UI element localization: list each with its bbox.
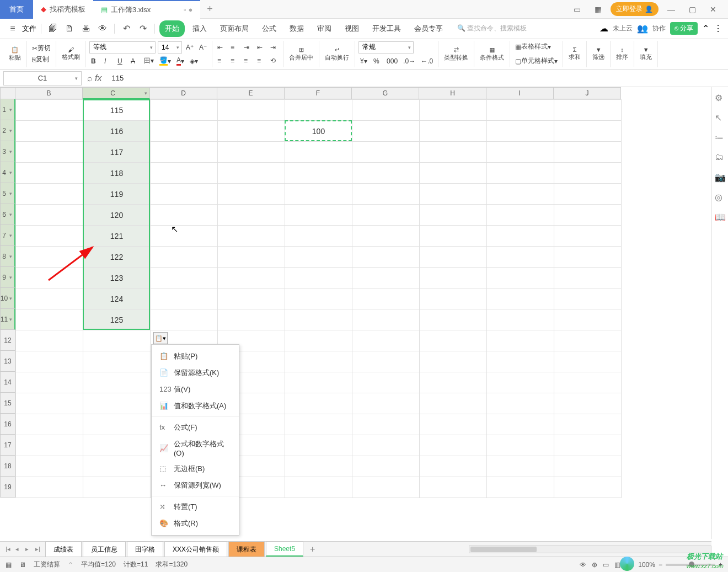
cell-H5[interactable] [420,184,487,205]
sheet-nav-first[interactable]: |◂ [6,546,14,553]
clear-format-button[interactable]: ◈▾ [188,56,200,67]
cell-C14[interactable] [83,372,151,393]
cell-B15[interactable] [16,393,83,414]
cell-E4[interactable] [218,163,285,184]
property-panel-icon[interactable]: ⚙ [715,93,726,104]
zoom-out-button[interactable]: − [659,561,662,569]
cell-I15[interactable] [487,393,554,414]
cell-C10[interactable]: 124 [83,288,151,309]
paste-menu-noborder[interactable]: ⬚无边框(B) [152,461,239,477]
sheet-nav-prev[interactable]: ◂ [15,546,24,553]
cell-E9[interactable] [218,268,285,288]
cell-G16[interactable] [352,414,420,435]
sheet-nav-next[interactable]: ▸ [25,546,34,553]
cell-I7[interactable] [487,226,554,247]
cell-E8[interactable] [218,247,285,268]
cell-D3[interactable] [151,142,218,163]
cell-F3[interactable] [285,142,352,163]
fill-button[interactable]: ▼填充 [638,46,654,61]
font-name-select[interactable]: 等线 [89,41,156,54]
wrap-button[interactable]: ↵自动换行 [323,46,351,62]
book-icon[interactable]: 📖 [715,212,726,223]
cell-C16[interactable] [83,414,151,435]
cell-I12[interactable] [487,330,554,351]
cell-C6[interactable]: 120 [83,205,151,226]
cell-G3[interactable] [352,142,420,163]
cell-F16[interactable] [285,414,352,435]
menu-tab-member[interactable]: 会员专享 [409,20,448,37]
cell-B13[interactable] [16,351,83,372]
menu-tab-dev[interactable]: 开发工具 [367,20,406,37]
command-search[interactable]: 🔍 查找命令、搜索模板 [457,24,527,33]
cell-F4[interactable] [285,163,352,184]
cell-C12[interactable] [83,330,151,351]
collapse-ribbon-icon[interactable]: ⌃ [702,23,709,34]
format-brush-button[interactable]: 🖌 格式刷 [60,46,82,61]
cell-C17[interactable] [83,435,151,456]
cell-I19[interactable] [487,477,554,498]
cell-I5[interactable] [487,184,554,205]
cell-I8[interactable] [487,247,554,268]
cell-B10[interactable] [16,288,83,309]
sort-button[interactable]: ↕排序 [614,46,630,61]
row-header-13[interactable]: 13 [0,351,15,372]
collab-icon[interactable]: 👥 [637,23,648,34]
view-eye-icon[interactable]: 👁 [580,561,586,569]
name-box[interactable]: C1 [3,71,82,85]
print-icon[interactable]: 🖶 [79,22,93,36]
cell-C5[interactable]: 119 [83,184,151,205]
menu-tab-view[interactable]: 视图 [339,20,365,37]
strike-button[interactable]: A [129,56,140,67]
cell-G1[interactable] [352,100,420,121]
cell-C9[interactable]: 123 [83,268,151,288]
cell-B8[interactable] [16,247,83,268]
new-tab-button[interactable]: + [200,3,220,15]
cell-F10[interactable] [285,288,352,309]
cell-G17[interactable] [352,435,420,456]
increase-font-button[interactable]: A⁺ [184,42,195,53]
row-header-8[interactable]: 8 [0,246,15,267]
row-header-16[interactable]: 16 [0,414,15,435]
select-all-corner[interactable] [0,87,15,99]
row-header-7[interactable]: 7 [0,225,15,246]
align-middle-button[interactable]: ≡ [229,42,240,53]
paste-menu-colwidth[interactable]: ↔保留源列宽(W) [152,477,239,494]
cell-C8[interactable]: 122 [83,247,151,268]
menu-tab-data[interactable]: 数据 [284,20,309,37]
cell-J1[interactable] [554,100,622,121]
save-icon[interactable]: 🗐 [46,22,60,36]
maximize-button[interactable]: ▢ [684,1,700,18]
cell-D10[interactable] [151,288,218,309]
cell-J17[interactable] [554,435,622,456]
paste-options-button[interactable]: 📋▾ [153,332,168,344]
share-button[interactable]: ⎋ 分享 [670,22,698,35]
cell-J7[interactable] [554,226,622,247]
cell-I9[interactable] [487,268,554,288]
cell-J14[interactable] [554,372,622,393]
close-button[interactable]: ✕ [705,1,721,18]
zoom-fit-icon[interactable]: ⌕ [87,73,93,83]
cell-B6[interactable] [16,205,83,226]
column-header-D[interactable]: D [150,87,217,99]
formula-input[interactable]: 115 [107,74,124,82]
indent-dec-button[interactable]: ⇤ [255,42,266,53]
column-header-I[interactable]: I [486,87,554,99]
cell-G15[interactable] [352,393,420,414]
row-header-18[interactable]: 18 [0,456,15,477]
align-right-button[interactable]: ≡ [242,55,253,66]
cell-J11[interactable] [554,309,622,330]
sheet-nav-last[interactable]: ▸| [35,546,44,553]
cell-J15[interactable] [554,393,622,414]
cell-style-button[interactable]: ▢单元格样式▾ [513,56,559,67]
cell-G19[interactable] [352,477,420,498]
fill-color-button[interactable]: 🪣▾ [158,56,173,67]
cell-E7[interactable] [218,226,285,247]
cell-D8[interactable] [151,247,218,268]
cell-B9[interactable] [16,268,83,288]
cell-C11[interactable]: 125 [83,309,151,330]
cell-I14[interactable] [487,372,554,393]
cell-J6[interactable] [554,205,622,226]
cell-E11[interactable] [218,309,285,330]
redo-icon[interactable]: ↷ [136,22,150,36]
paste-menu-formula[interactable]: fx公式(F) [152,419,239,436]
